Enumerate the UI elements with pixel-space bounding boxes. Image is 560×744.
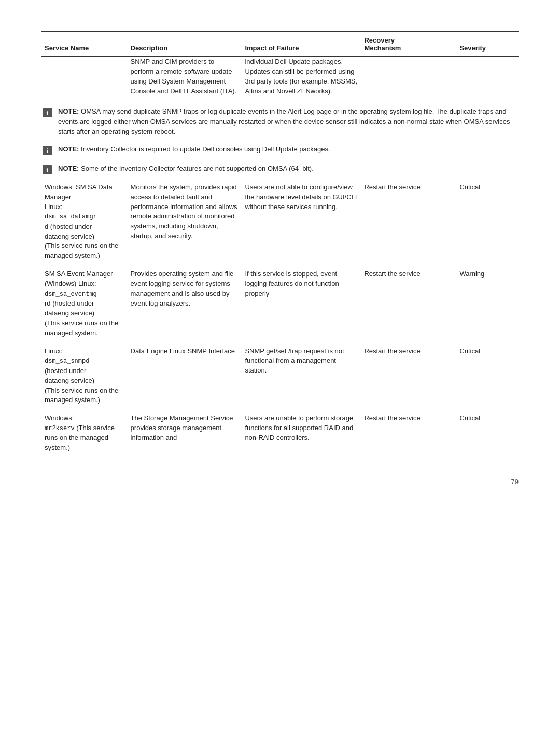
col-header-service: Service Name [41,32,128,57]
row1-service-mono1: dsm_sa_datamgr [45,213,97,221]
row2-description: Provides operating system and file event… [128,265,242,342]
row4-service-mono1: mr2kserv [45,425,75,432]
row3-description: Data Engine Linux SNMP Interface [128,342,242,410]
row3-impact: SNMP get/set /trap request is not functi… [242,342,361,410]
col-header-severity: Severity [456,32,519,57]
row3-service: Linux: dsm_sa_snmpd (hosted under dataen… [41,342,128,410]
row3-service-mono1: dsm_sa_snmpd [45,357,89,365]
row2-impact: If this service is stopped, event loggin… [242,265,361,342]
row4-description: The Storage Management Service provides … [128,409,242,457]
row1-recovery: Restart the service [361,178,456,265]
row2-service-mono1: dsm_sa_eventmg [45,291,97,298]
services-table: Service Name Description Impact of Failu… [41,31,519,99]
row1-description: Monitors the system, provides rapid acce… [128,178,242,265]
table-row: Linux: dsm_sa_snmpd (hosted under dataen… [41,342,519,410]
row3-recovery: Restart the service [361,342,456,410]
note-2-text: NOTE: Inventory Collector is required to… [58,144,330,155]
page-footer: 79 [41,478,519,486]
row2-severity: Warning [456,265,519,342]
row2-recovery: Restart the service [361,265,456,342]
col-header-description: Description [128,32,242,57]
table-row: Windows: SM SA Data Manager Linux: dsm_s… [41,178,519,265]
svg-text:i: i [46,147,48,155]
note-2-label: NOTE: [58,145,79,153]
continuation-description: SNMP and CIM providers to perform a remo… [128,57,242,99]
row3-severity: Critical [456,342,519,410]
continuation-impact: individual Dell Update packages. Updates… [242,57,361,99]
continuation-service-name [41,57,128,99]
table-row: Windows: mr2kserv (This service runs on … [41,409,519,457]
row4-impact: Users are unable to perform storage func… [242,409,361,457]
table-header-row: Service Name Description Impact of Failu… [41,32,519,57]
note-icon-1: i [41,107,53,118]
note-1-text: NOTE: OMSA may send duplicate SNMP traps… [58,106,519,137]
row2-service: SM SA Event Manager (Windows) Linux: dsm… [41,265,128,342]
note-3: i NOTE: Some of the Inventory Collector … [41,163,519,175]
row4-recovery: Restart the service [361,409,456,457]
row1-service: Windows: SM SA Data Manager Linux: dsm_s… [41,178,128,265]
note-1-label: NOTE: [58,107,79,115]
table-row-continuation: SNMP and CIM providers to perform a remo… [41,57,519,99]
note-2: i NOTE: Inventory Collector is required … [41,144,519,156]
main-table-wrapper: Service Name Description Impact of Failu… [41,31,519,457]
note-icon-3: i [41,164,53,175]
continuation-severity [456,57,519,99]
note-3-label: NOTE: [58,164,79,172]
notes-section: i NOTE: OMSA may send duplicate SNMP tra… [41,106,519,175]
col-header-recovery: RecoveryMechanism [361,32,456,57]
note-3-text: NOTE: Some of the Inventory Collector fe… [58,163,314,174]
row4-severity: Critical [456,409,519,457]
services-data-table: Windows: SM SA Data Manager Linux: dsm_s… [41,178,519,457]
svg-text:i: i [46,109,48,117]
note-icon-2: i [41,145,53,156]
continuation-recovery [361,57,456,99]
row1-impact: Users are not able to configure/view the… [242,178,361,265]
note-1: i NOTE: OMSA may send duplicate SNMP tra… [41,106,519,137]
row1-severity: Critical [456,178,519,265]
col-header-impact: Impact of Failure [242,32,361,57]
row4-service: Windows: mr2kserv (This service runs on … [41,409,128,457]
svg-text:i: i [46,166,48,174]
table-row: SM SA Event Manager (Windows) Linux: dsm… [41,265,519,342]
page-number: 79 [511,478,519,486]
